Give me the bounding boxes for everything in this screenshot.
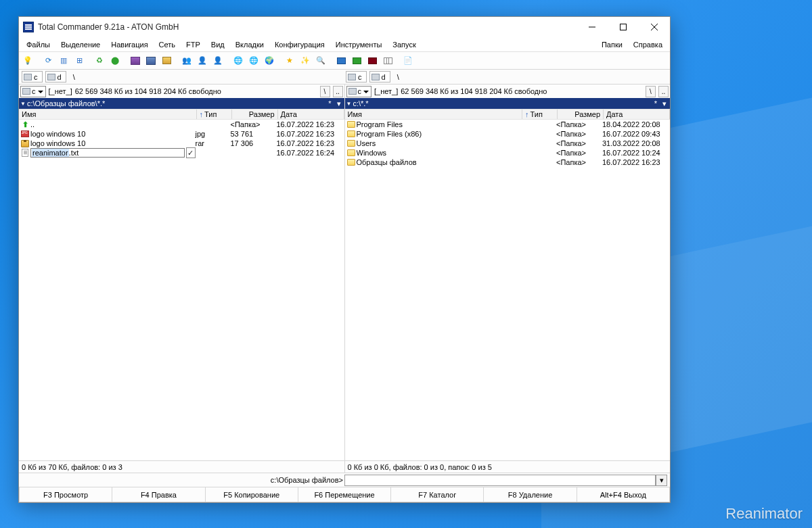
recycle-icon[interactable]: ♻ bbox=[92, 53, 107, 68]
menu-folders[interactable]: Папки bbox=[597, 39, 627, 50]
view-mode-icon[interactable]: ▥ bbox=[56, 53, 71, 68]
f8-button[interactable]: F8 Удаление bbox=[484, 487, 577, 502]
menu-tools[interactable]: Инструменты bbox=[331, 39, 387, 50]
fav-icon[interactable]: * bbox=[326, 99, 334, 108]
folder-row[interactable]: Windows <Папка>16.07.2022 10:24 bbox=[345, 148, 671, 158]
screen2-icon[interactable] bbox=[349, 53, 364, 68]
window-title: Total Commander 9.21a - ATON GmbH bbox=[38, 22, 179, 32]
col-type-right[interactable]: ↑Тип bbox=[522, 110, 558, 119]
titlebar[interactable]: Total Commander 9.21a - ATON GmbH bbox=[19, 17, 670, 37]
screen1-icon[interactable] bbox=[334, 53, 348, 68]
f6-button[interactable]: F6 Перемещение bbox=[298, 487, 391, 502]
archive3-icon[interactable] bbox=[159, 53, 174, 68]
updir-btn-left[interactable]: .. bbox=[333, 86, 343, 97]
people1-icon[interactable]: 👥 bbox=[179, 53, 194, 68]
menubar: Файлы Выделение Навигация Сеть FTP Вид В… bbox=[19, 37, 670, 52]
cmd-input[interactable] bbox=[344, 475, 656, 486]
grid-icon[interactable] bbox=[380, 53, 395, 68]
col-size-right[interactable]: Размер bbox=[558, 110, 604, 119]
drive-select-left[interactable]: c bbox=[20, 86, 46, 97]
history-icon[interactable]: ▾ bbox=[335, 99, 343, 108]
history-icon[interactable]: ▾ bbox=[660, 99, 669, 108]
cmd-history-button[interactable]: ▾ bbox=[656, 475, 667, 486]
folder-row[interactable]: Users <Папка>31.03.2022 20:08 bbox=[345, 139, 671, 148]
folder-icon bbox=[347, 159, 355, 166]
root-btn-left[interactable]: \ bbox=[320, 86, 330, 97]
f3-button[interactable]: F3 Просмотр bbox=[19, 487, 112, 502]
exit-button[interactable]: Alt+F4 Выход bbox=[577, 487, 670, 502]
menu-start[interactable]: Запуск bbox=[388, 39, 420, 50]
star-icon[interactable]: ★ bbox=[282, 53, 297, 68]
menu-ftp[interactable]: FTP bbox=[181, 39, 205, 50]
updir-row[interactable]: ⬆ .. <Папка> 16.07.2022 16:23 bbox=[19, 120, 344, 129]
col-name-left[interactable]: Имя bbox=[19, 110, 197, 119]
menu-files[interactable]: Файлы bbox=[22, 39, 55, 50]
file-row-rename[interactable]: reanimator.txt ✓ 16.07.2022 16:24 bbox=[19, 148, 344, 158]
folder-row[interactable]: Program Files <Папка>18.04.2022 20:08 bbox=[345, 120, 671, 129]
col-type-left[interactable]: ↑Тип bbox=[197, 110, 232, 119]
file-list-right[interactable]: Program Files <Папка>18.04.2022 20:08 Pr… bbox=[345, 120, 671, 460]
left-panel: c [_нет_] 62 569 348 Кб из 104 918 204 К… bbox=[19, 85, 345, 473]
rename-input[interactable]: reanimator.txt bbox=[30, 148, 185, 158]
f7-button[interactable]: F7 Каталог bbox=[391, 487, 484, 502]
people2-icon[interactable]: 👤 bbox=[195, 53, 210, 68]
drive-select-right[interactable]: c bbox=[346, 86, 372, 97]
menu-view[interactable]: Вид bbox=[206, 39, 229, 50]
col-name-right[interactable]: Имя bbox=[345, 110, 523, 119]
minimize-button[interactable] bbox=[577, 17, 608, 37]
bulb-icon[interactable]: 💡 bbox=[20, 53, 35, 68]
col-size-left[interactable]: Размер bbox=[232, 110, 278, 119]
folder-icon bbox=[347, 121, 355, 128]
wallpaper-watermark: Reanimator bbox=[725, 505, 803, 523]
magic-icon[interactable]: ✨ bbox=[298, 53, 313, 68]
col-date-right[interactable]: Дата bbox=[604, 110, 670, 119]
drive-c-left[interactable]: c bbox=[22, 71, 43, 82]
path-bar-left[interactable]: ▼ c:\Образцы файлов\*.* *▾ bbox=[19, 98, 344, 109]
fav-icon[interactable]: * bbox=[652, 99, 660, 108]
menu-tabs[interactable]: Вкладки bbox=[231, 39, 269, 50]
f5-button[interactable]: F5 Копирование bbox=[206, 487, 298, 502]
globe3-icon[interactable]: 🌍 bbox=[262, 53, 277, 68]
drive-d-left[interactable]: d bbox=[45, 71, 66, 82]
archive-icon[interactable] bbox=[128, 53, 143, 68]
refresh-icon[interactable]: ⟳ bbox=[41, 53, 55, 68]
notepad-icon[interactable]: 📄 bbox=[401, 53, 415, 68]
folder-row[interactable]: Образцы файлов <Папка>16.07.2022 16:23 bbox=[345, 158, 671, 167]
file-row[interactable]: logo windows 10 rar 17 306 16.07.2022 16… bbox=[19, 139, 344, 148]
status-right: 0 Кб из 0 Кб, файлов: 0 из 0, папок: 0 и… bbox=[345, 460, 671, 473]
drive-d-right[interactable]: d bbox=[369, 71, 390, 82]
globe-green-icon[interactable]: ⬤ bbox=[108, 53, 122, 68]
folder-row[interactable]: Program Files (x86) <Папка>16.07.2022 09… bbox=[345, 129, 671, 139]
function-row: F3 Просмотр F4 Правка F5 Копирование F6 … bbox=[19, 487, 670, 502]
command-line-row: c:\Образцы файлов> ▾ bbox=[19, 473, 670, 487]
search-icon[interactable]: 🔍 bbox=[313, 53, 328, 68]
file-row[interactable]: logo windows 10 jpg 53 761 16.07.2022 16… bbox=[19, 129, 344, 139]
status-left: 0 Кб из 70 Кб, файлов: 0 из 3 bbox=[19, 460, 344, 473]
col-date-left[interactable]: Дата bbox=[278, 110, 344, 119]
rename-confirm-button[interactable]: ✓ bbox=[186, 147, 196, 158]
drive-c-right[interactable]: c bbox=[346, 71, 367, 82]
file-list-left[interactable]: ⬆ .. <Папка> 16.07.2022 16:23 logo windo… bbox=[19, 120, 344, 460]
menu-navigation[interactable]: Навигация bbox=[106, 39, 152, 50]
menu-config[interactable]: Конфигурация bbox=[270, 39, 330, 50]
people3-icon[interactable]: 👤 bbox=[210, 53, 225, 68]
drive-label-right: [_нет_] bbox=[374, 87, 398, 95]
menu-help[interactable]: Справка bbox=[629, 39, 667, 50]
drive-label-left: [_нет_] bbox=[49, 87, 72, 95]
f4-button[interactable]: F4 Правка bbox=[112, 487, 205, 502]
right-panel: c [_нет_] 62 569 348 Кб из 104 918 204 К… bbox=[345, 85, 671, 473]
globe2-icon[interactable]: 🌐 bbox=[246, 53, 261, 68]
menu-selection[interactable]: Выделение bbox=[56, 39, 105, 50]
screen3-icon[interactable] bbox=[365, 53, 380, 68]
root-indicator-left: \ bbox=[73, 73, 75, 81]
globe1-icon[interactable]: 🌐 bbox=[231, 53, 246, 68]
menu-net[interactable]: Сеть bbox=[154, 39, 180, 50]
archive2-icon[interactable] bbox=[143, 53, 158, 68]
tree-icon[interactable]: ⊞ bbox=[72, 53, 87, 68]
maximize-button[interactable] bbox=[608, 17, 639, 37]
updir-btn-right[interactable]: .. bbox=[658, 86, 669, 97]
path-bar-right[interactable]: ▼ c:\*.* *▾ bbox=[345, 98, 671, 109]
root-btn-right[interactable]: \ bbox=[646, 86, 656, 97]
folder-icon bbox=[347, 149, 355, 156]
close-button[interactable] bbox=[639, 17, 670, 37]
